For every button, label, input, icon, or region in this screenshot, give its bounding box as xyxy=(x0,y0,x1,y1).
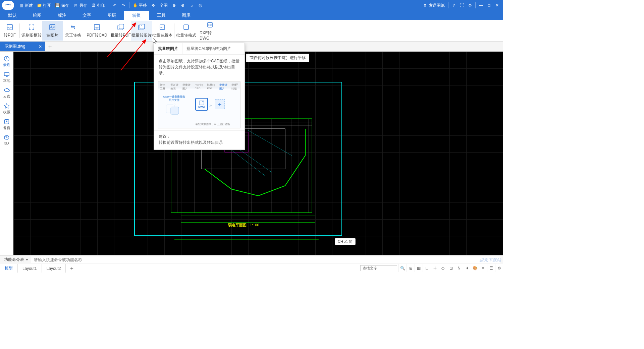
add-tab-button[interactable]: ＋ xyxy=(45,42,55,51)
nav-3d[interactable]: 3D xyxy=(1,132,13,147)
nav-cloud[interactable]: 云盘 xyxy=(1,85,13,101)
zoom-extents-button[interactable]: ◎ xyxy=(196,3,205,8)
layout-tab-2[interactable]: Layout2 xyxy=(42,264,66,273)
zoom-out-icon: ⊖ xyxy=(180,3,185,8)
batch-pdf-button[interactable]: 批量转PDF xyxy=(110,21,131,41)
redo-button[interactable]: ↷ xyxy=(119,3,128,8)
layout-tab-model[interactable]: 模型 xyxy=(0,264,18,273)
undo-button[interactable]: ↶ xyxy=(110,3,119,8)
maximize-button[interactable]: □ xyxy=(485,1,493,9)
to-pdf-button[interactable]: PDF转PDF xyxy=(1,21,18,41)
zoom-in-icon: ⊕ xyxy=(172,3,176,8)
help-button[interactable]: ? xyxy=(450,1,458,9)
find-text-input[interactable] xyxy=(360,265,397,271)
close-button[interactable]: ✕ xyxy=(493,1,501,9)
move-button[interactable]: ✥ xyxy=(149,3,158,8)
dxf-to-dwg-button[interactable]: DXFDXF转DWG xyxy=(200,21,220,41)
search-icon: 🔍 xyxy=(400,266,405,271)
batch-format-button[interactable]: 批量转格式 xyxy=(176,21,197,41)
menu-default[interactable]: 默认 xyxy=(0,11,25,20)
close-tab-button[interactable]: ✕ xyxy=(39,44,42,49)
recognize-frame-button[interactable]: 识别图框转 xyxy=(21,21,42,41)
clock-icon xyxy=(4,56,10,62)
status-layer-button[interactable]: ≡ xyxy=(479,264,487,272)
tooltip-body: 点击添加图纸，支持添加多个CAD图纸，批量转为图片文件支持设置转出格式以及转出目… xyxy=(154,55,245,79)
status-color-button[interactable]: 🎨 xyxy=(471,264,479,272)
backup-icon xyxy=(4,119,10,125)
nav-favorite[interactable]: 收藏 xyxy=(1,101,13,117)
fullscreen-button[interactable]: ⛶ xyxy=(458,1,466,9)
drawing-title: 弱电平面图1:100 xyxy=(228,223,259,228)
zoom-window-button[interactable]: ⌕ xyxy=(187,3,196,8)
open-button[interactable]: 📁打开 xyxy=(35,3,53,8)
cursor-icon xyxy=(153,38,158,44)
new-button[interactable]: ▥新建 xyxy=(17,3,35,8)
menu-text[interactable]: 文字 xyxy=(74,11,99,20)
status-track-button[interactable]: ⊡ xyxy=(447,264,455,272)
svg-point-11 xyxy=(141,25,142,26)
menu-library[interactable]: 图库 xyxy=(174,11,199,20)
separator xyxy=(109,2,109,8)
nav-recent[interactable]: 最近 xyxy=(1,54,13,69)
separator xyxy=(109,23,109,38)
convert-icon xyxy=(69,23,77,31)
command-label[interactable]: 功能命令表▼ xyxy=(0,257,31,263)
pan-button[interactable]: ✋平移 xyxy=(131,3,149,8)
layout-tab-1[interactable]: Layout1 xyxy=(18,264,42,273)
add-layout-button[interactable]: ＋ xyxy=(66,264,78,273)
menu-bar: 默认 绘图 标注 文字 图层 转换 工具 图库 xyxy=(0,11,503,20)
drawing-canvas[interactable]: 或任何时候长按中键）进行平移 弱电平面图1:100 xyxy=(13,52,503,255)
command-input[interactable] xyxy=(31,256,500,263)
batch-version-button[interactable]: 2022批量转版本 xyxy=(152,21,173,41)
svg-text:DXF: DXF xyxy=(208,24,212,26)
tianzheng-convert-button[interactable]: 天正转换 xyxy=(63,21,84,41)
document-tab[interactable]: 示例图.dwg ✕ xyxy=(0,42,45,51)
svg-rect-2 xyxy=(29,25,34,30)
zoom-out-button[interactable]: ⊖ xyxy=(178,3,187,8)
saveas-button[interactable]: ⎘另存 xyxy=(71,3,89,8)
status-props-button[interactable]: ☰ xyxy=(487,264,495,272)
zoom-extents-icon: ◎ xyxy=(198,3,203,8)
settings-button[interactable]: ⚙ xyxy=(466,1,474,9)
batch-image-button[interactable]: 批量转图片 xyxy=(131,21,152,41)
svg-text:2022: 2022 xyxy=(160,26,165,28)
arrow-icon: » xyxy=(209,103,212,108)
fit-button[interactable]: 全图 xyxy=(158,3,170,8)
menu-layer[interactable]: 图层 xyxy=(99,11,124,20)
save-icon: 💾 xyxy=(55,3,60,8)
status-osnap-button[interactable]: ◇ xyxy=(439,264,447,272)
svg-rect-8 xyxy=(119,24,124,29)
batch-format-icon xyxy=(182,23,190,31)
send-drawing-button[interactable]: ⇪发送图纸 xyxy=(421,3,447,8)
pdf-cad-icon: PDF xyxy=(93,23,101,31)
print-button[interactable]: 🖶打印 xyxy=(89,3,107,8)
save-button[interactable]: 💾保存 xyxy=(53,3,71,8)
status-grid-button[interactable]: ▦ xyxy=(415,264,423,272)
pdf-to-cad-button[interactable]: PDFPDF转CAD xyxy=(87,21,107,41)
menu-annotate[interactable]: 标注 xyxy=(50,11,74,20)
minimize-button[interactable]: — xyxy=(477,1,485,9)
nav-backup[interactable]: 备份 xyxy=(1,117,13,132)
nav-local[interactable]: 本地 xyxy=(1,69,13,85)
status-snap-button[interactable]: ⊞ xyxy=(407,264,415,272)
side-nav: 最近 本地 云盘 收藏 备份 3D xyxy=(0,52,13,255)
menu-tools[interactable]: 工具 xyxy=(149,11,174,20)
status-polar-button[interactable]: ✛ xyxy=(431,264,439,272)
zoom-in-button[interactable]: ⊕ xyxy=(170,3,178,8)
status-ortho-button[interactable]: ∟ xyxy=(423,264,431,272)
separator xyxy=(19,23,20,38)
menu-convert[interactable]: 转换 xyxy=(124,11,149,20)
svg-point-4 xyxy=(51,26,52,27)
to-image-button[interactable]: 转图片 xyxy=(42,21,63,41)
color-icon: 🎨 xyxy=(473,266,478,271)
status-settings-button[interactable]: ⚙ xyxy=(495,264,503,272)
menu-draw[interactable]: 绘图 xyxy=(25,11,50,20)
props-icon: ☰ xyxy=(489,266,493,271)
grid-icon: ▦ xyxy=(417,266,421,271)
zoom-window-icon: ⌕ xyxy=(189,3,194,8)
search-button[interactable]: 🔍 xyxy=(398,264,407,272)
status-compass-button[interactable]: ✦ xyxy=(463,264,471,272)
status-north-button[interactable]: N xyxy=(455,264,463,272)
svg-rect-18 xyxy=(4,73,9,76)
svg-rect-14 xyxy=(184,25,189,30)
